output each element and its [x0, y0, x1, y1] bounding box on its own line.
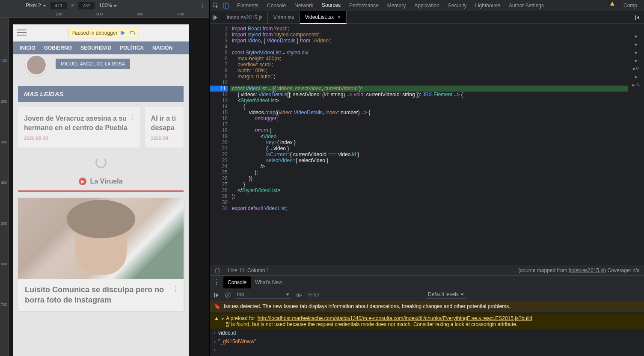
drawer-tabs: ⋮ Console What's New	[210, 275, 644, 289]
sidebar-toggle-icon[interactable]: ▸	[635, 42, 638, 47]
console-output-line: ‹ "_gN15olWnww"	[210, 337, 644, 346]
warning-icon[interactable]: i	[635, 26, 636, 31]
drawer-tab-whatsnew[interactable]: What's New	[251, 276, 287, 288]
card-menu-icon[interactable]: ⋮	[129, 113, 136, 121]
inspect-element-icon[interactable]	[212, 2, 219, 9]
tab-author-settings[interactable]: Author Settings	[505, 0, 548, 11]
svg-rect-4	[226, 4, 229, 8]
status-bar: { } Line 11, Column 1 (source mapped fro…	[210, 265, 644, 275]
context-select[interactable]: top	[235, 291, 291, 299]
warning-icon[interactable]: ▲	[609, 0, 616, 7]
issues-icon: 🔖	[214, 303, 220, 309]
tab-sources[interactable]: Sources	[318, 0, 345, 12]
debugger-toggle-icon[interactable]	[634, 14, 641, 21]
hamburger-icon[interactable]	[17, 30, 27, 36]
navigator-toggle-icon[interactable]	[212, 15, 222, 21]
card-date: 2020-08-30	[24, 136, 134, 141]
code-editor[interactable]: 1234567891011121314151617181920212223242…	[210, 24, 628, 265]
site-preview: Paused in debugger REFERENCIA OBLIGADA I…	[13, 24, 189, 356]
drawer-menu-icon[interactable]: ⋮	[213, 279, 220, 286]
svg-rect-7	[214, 293, 215, 297]
console-filter-input[interactable]	[306, 291, 422, 299]
source-map-link[interactable]: index.es2015.js	[569, 267, 604, 273]
tab-network[interactable]: Network	[290, 0, 318, 11]
console-sidebar-toggle-icon[interactable]	[213, 292, 220, 299]
svg-point-10	[298, 294, 300, 296]
step-over-button[interactable]	[129, 30, 136, 36]
console-messages: ▲ ▸ A preload for 'http://localhost.marf…	[210, 312, 644, 356]
card-title: Joven de Veracruz asesina a su hermano e…	[24, 114, 134, 132]
mas-leidas-header: MAS LEÍDAS	[18, 86, 184, 102]
device-toolbar: Pixel 2 × 100% ⋮	[0, 0, 209, 11]
debugger-sidebar: i ▸ ▸ ▸ ▸ ▸V ▸ ▸ N	[628, 24, 644, 265]
device-menu-kebab[interactable]: ⋮	[200, 3, 205, 9]
article-card[interactable]: Joven de Veracruz asesina a su hermano e…	[18, 107, 140, 148]
site-nav: INICIO GOBIERNO SEGURIDAD POLÍTICA NACIÓ…	[13, 42, 189, 54]
tab-performance[interactable]: Performance	[345, 0, 383, 11]
sidebar-toggle-icon[interactable]: ▸	[635, 33, 638, 39]
sidebar-toggle-icon[interactable]: ▸V	[633, 66, 639, 71]
clear-console-icon[interactable]	[224, 292, 231, 299]
log-levels-select[interactable]: Default levels	[426, 291, 466, 299]
loading-spinner-icon	[95, 157, 107, 168]
nav-item[interactable]: GOBIERNO	[40, 42, 76, 54]
tab-overflow[interactable]: Comp	[619, 0, 641, 11]
devtools-tabs: Elements Console Network Sources Perform…	[210, 0, 644, 11]
nav-item[interactable]: SEGURIDAD	[76, 42, 116, 54]
warning-triangle-icon: ▲	[214, 315, 220, 327]
device-toggle-icon[interactable]	[223, 2, 229, 9]
card-title: Al ir a ti desapa	[151, 114, 178, 132]
console-input-line: › video.id	[210, 329, 644, 337]
tab-security[interactable]: Security	[444, 0, 471, 11]
dim-x: ×	[71, 3, 74, 9]
eye-icon[interactable]	[295, 292, 302, 299]
author-tag: MIGUEL ÁNGEL DE LA ROSA	[56, 59, 130, 69]
card-menu-icon[interactable]: ⋮	[172, 285, 179, 293]
featured-card[interactable]: Luisito Comunica se disculpa pero no bor…	[18, 198, 184, 311]
featured-title: Luisito Comunica se disculpa pero no bor…	[25, 285, 177, 305]
sidebar-toggle-icon[interactable]: ▸	[635, 74, 638, 80]
svg-rect-5	[213, 15, 214, 20]
console-warning: ▲ ▸ A preload for 'http://localhost.marf…	[210, 314, 644, 329]
sidebar-toggle-icon[interactable]: ▸	[635, 58, 638, 63]
ruler-horizontal: 100 200 300 400	[0, 11, 209, 18]
tab-application[interactable]: Application	[410, 0, 444, 11]
author-avatar	[26, 54, 47, 76]
device-width-input[interactable]	[50, 2, 67, 9]
device-viewport: Paused in debugger REFERENCIA OBLIGADA I…	[9, 18, 209, 356]
tab-memory[interactable]: Memory	[383, 0, 410, 11]
drawer-tab-console[interactable]: Console	[223, 276, 251, 288]
device-height-input[interactable]	[78, 2, 95, 9]
nav-item[interactable]: NACIÓN	[148, 42, 177, 54]
file-tab[interactable]: VideoList.tsx✕	[300, 11, 347, 24]
file-tab[interactable]: index.es2015.js	[222, 12, 268, 24]
sidebar-toggle-icon[interactable]: ▸ N	[632, 82, 640, 88]
console-toolbar: top Default levels	[210, 289, 644, 301]
file-tab[interactable]: Video.tsx	[268, 12, 300, 24]
source-map-info: (source mapped from index.es2015.js) Cov…	[519, 267, 640, 273]
close-icon[interactable]: ✕	[337, 15, 341, 20]
device-select[interactable]: Pixel 2	[26, 3, 46, 9]
section-viruela[interactable]: ▶ La Viruela	[18, 172, 184, 192]
devtools-pane: Elements Console Network Sources Perform…	[210, 0, 644, 356]
file-tabs: index.es2015.js Video.tsx VideoList.tsx✕	[210, 11, 644, 24]
console-prompt[interactable]: ›	[210, 346, 644, 354]
paused-debugger-badge: Paused in debugger	[68, 28, 139, 38]
viruela-icon: ▶	[79, 178, 86, 185]
tab-console[interactable]: Console	[263, 0, 290, 11]
svg-rect-6	[635, 15, 636, 20]
featured-image	[18, 198, 184, 279]
tab-elements[interactable]: Elements	[233, 0, 263, 11]
nav-item[interactable]: POLÍTICA	[116, 42, 148, 54]
issues-text: Issues detected. The new Issues tab disp…	[224, 303, 510, 309]
card-list: Joven de Veracruz asesina a su hermano e…	[13, 102, 189, 153]
article-card[interactable]: Al ir a ti desapa 2020-08-	[145, 107, 184, 148]
tab-lighthouse[interactable]: Lighthouse	[471, 0, 505, 11]
issues-banner[interactable]: 🔖 Issues detected. The new Issues tab di…	[210, 301, 644, 312]
resume-button[interactable]	[120, 30, 127, 36]
device-emulator-pane: Pixel 2 × 100% ⋮ 100 200 300 400 100 200…	[0, 0, 210, 356]
zoom-select[interactable]: 100%	[99, 3, 117, 9]
braces-icon[interactable]: { }	[214, 267, 221, 274]
nav-item[interactable]: INICIO	[15, 42, 40, 54]
sidebar-toggle-icon[interactable]: ▸	[635, 50, 638, 55]
